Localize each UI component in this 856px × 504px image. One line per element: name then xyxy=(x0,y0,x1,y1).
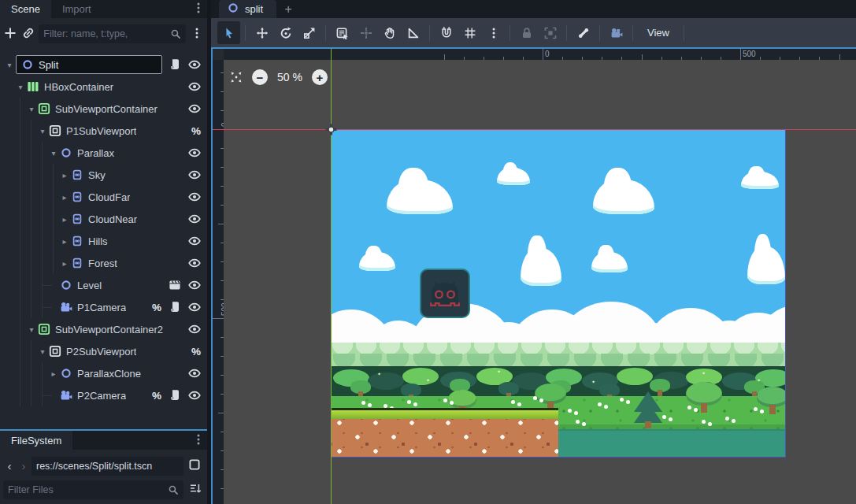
scene-filter-input[interactable] xyxy=(43,28,170,39)
select-tool-button[interactable] xyxy=(217,21,240,44)
scene-instance-icon[interactable] xyxy=(169,279,181,291)
eye-icon[interactable] xyxy=(188,257,201,269)
filesystem-path-input[interactable] xyxy=(31,457,183,476)
tab-filesystem[interactable]: FileSystem xyxy=(0,431,72,450)
tree-row-cloudnear[interactable]: ▸CloudNear xyxy=(0,208,207,230)
eye-icon[interactable] xyxy=(188,213,201,225)
eye-icon[interactable] xyxy=(188,301,201,313)
menu-dots-button[interactable] xyxy=(482,21,505,44)
tree-row-split[interactable]: ▾ xyxy=(0,54,207,76)
eye-icon[interactable] xyxy=(188,367,201,380)
cloud-sprite xyxy=(591,252,628,272)
add-node-button[interactable] xyxy=(3,24,18,44)
file-filter-input[interactable] xyxy=(8,484,168,495)
node-label: Sky xyxy=(88,169,106,181)
chevron-down-icon[interactable]: ▾ xyxy=(36,127,49,135)
group-button[interactable] xyxy=(539,21,561,44)
tree-row-sky[interactable]: ▸Sky xyxy=(0,164,207,186)
eye-icon[interactable] xyxy=(188,323,201,335)
tab-import[interactable]: Import xyxy=(51,0,102,18)
parallax-layer-icon xyxy=(71,169,83,181)
lock-button[interactable] xyxy=(515,21,538,44)
pivot-tool-button[interactable] xyxy=(354,21,377,44)
move-tool-button[interactable] xyxy=(250,21,273,44)
list-select-tool-button[interactable] xyxy=(331,21,354,44)
chevron-down-icon[interactable]: ▾ xyxy=(36,347,49,356)
snap-magnet-button[interactable] xyxy=(435,21,458,44)
chevron-right-icon[interactable]: ▸ xyxy=(47,369,60,378)
chevron-down-icon[interactable]: ▾ xyxy=(25,105,38,113)
pan-tool-button[interactable] xyxy=(378,21,401,44)
tree-row-p1camera[interactable]: P1Camera% xyxy=(0,296,207,318)
origin-gizmo[interactable] xyxy=(324,123,338,136)
tree-row-level[interactable]: Level xyxy=(0,274,207,296)
zoom-in-button[interactable]: + xyxy=(312,69,328,85)
forward-chevron-icon[interactable]: › xyxy=(17,459,30,472)
tree-row-parallax[interactable]: ▾Parallax xyxy=(0,142,207,164)
eye-icon[interactable] xyxy=(188,80,201,93)
scene-tab-label: split xyxy=(245,3,263,15)
ruler-tool-button[interactable] xyxy=(402,21,424,44)
chevron-right-icon[interactable]: ▸ xyxy=(58,237,71,246)
zoom-percent-label[interactable]: 50 % xyxy=(277,71,302,83)
script-icon[interactable] xyxy=(169,301,181,313)
tree-row-subviewportcontainer2[interactable]: ▾SubViewportContainer2 xyxy=(0,318,207,340)
scene-tree-menu-dots-icon[interactable] xyxy=(189,24,204,44)
node-rename-input[interactable] xyxy=(39,59,133,71)
tree-row-forest[interactable]: ▸Forest xyxy=(0,252,207,274)
chevron-right-icon[interactable]: ▸ xyxy=(58,215,71,224)
eye-icon[interactable] xyxy=(188,58,201,71)
chevron-right-icon[interactable]: ▸ xyxy=(58,259,71,268)
camera-override-button[interactable] xyxy=(605,21,628,44)
instance-scene-button[interactable] xyxy=(21,24,36,44)
tree-row-p2subviewport[interactable]: ▾P2SubViewport% xyxy=(0,340,207,362)
tree-row-p1subviewport[interactable]: ▾P1SubViewport% xyxy=(0,120,207,142)
sort-files-icon[interactable] xyxy=(187,481,204,498)
player-character-sprite[interactable] xyxy=(420,269,470,318)
snap-grid-button[interactable] xyxy=(458,21,481,44)
eye-icon[interactable] xyxy=(188,146,201,159)
unique-name-percent-badge[interactable]: % xyxy=(152,302,161,313)
eye-icon[interactable] xyxy=(188,235,201,247)
chevron-down-icon[interactable]: ▾ xyxy=(47,149,60,158)
back-chevron-icon[interactable]: ‹ xyxy=(3,459,16,472)
tree-row-p2camera[interactable]: P2Camera% xyxy=(0,384,207,406)
scene-tab-split[interactable]: split xyxy=(219,0,276,18)
unique-name-percent-badge[interactable]: % xyxy=(191,346,201,358)
filesystem-menu-dots-icon[interactable] xyxy=(190,431,207,450)
view-menu-button[interactable]: View xyxy=(638,21,679,44)
chevron-down-icon[interactable]: ▾ xyxy=(25,325,38,334)
bone-button[interactable] xyxy=(572,21,595,44)
eye-icon[interactable] xyxy=(188,389,201,402)
tree-row-hills[interactable]: ▸Hills xyxy=(0,230,207,252)
tab-scene[interactable]: Scene xyxy=(0,0,51,18)
center-view-icon[interactable] xyxy=(230,71,243,83)
tree-row-hboxcontainer[interactable]: ▾HBoxContainer xyxy=(0,76,207,98)
tree-row-subviewportcontainer[interactable]: ▾SubViewportContainer xyxy=(0,98,207,120)
scale-tool-button[interactable] xyxy=(298,21,321,44)
rotate-tool-button[interactable] xyxy=(274,21,297,44)
tree-row-cloudfar[interactable]: ▸CloudFar xyxy=(0,186,207,208)
script-icon[interactable] xyxy=(169,58,181,71)
eye-icon[interactable] xyxy=(188,191,201,203)
zoom-out-button[interactable]: − xyxy=(252,69,268,85)
viewport-2d[interactable]: ✦✦✦✦✦✦ 0500 0500 − 50 % + xyxy=(211,47,856,504)
script-icon[interactable] xyxy=(169,389,181,402)
chevron-down-icon[interactable]: ▾ xyxy=(3,61,16,69)
eye-icon[interactable] xyxy=(188,279,201,291)
eye-icon[interactable] xyxy=(188,169,201,181)
tree-row-parallaxclone[interactable]: ▸ParallaxClone xyxy=(0,362,207,384)
node-rename-box[interactable] xyxy=(16,55,162,74)
dock-menu-dots-icon[interactable] xyxy=(190,0,207,18)
eye-icon[interactable] xyxy=(188,102,201,115)
new-scene-tab-button[interactable]: + xyxy=(276,0,300,18)
node-label: Level xyxy=(77,280,102,291)
chevron-right-icon[interactable]: ▸ xyxy=(58,171,71,180)
unique-name-percent-badge[interactable]: % xyxy=(191,125,201,137)
chevron-down-icon[interactable]: ▾ xyxy=(14,83,27,91)
unique-name-percent-badge[interactable]: % xyxy=(152,390,161,402)
search-icon xyxy=(168,484,179,495)
chevron-right-icon[interactable]: ▸ xyxy=(58,193,71,202)
flower-sprite xyxy=(533,396,537,400)
split-view-icon[interactable] xyxy=(185,457,204,476)
